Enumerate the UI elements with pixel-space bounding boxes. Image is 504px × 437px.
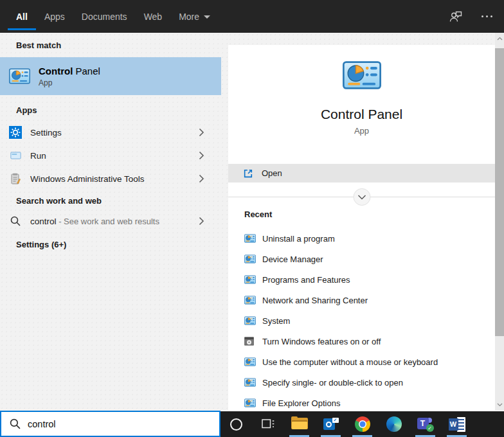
recent-item-file-explorer-options[interactable]: File Explorer Options [228,393,495,413]
scroll-up-arrow[interactable] [495,34,504,43]
app-subtitle: App [228,126,495,136]
control-panel-icon [244,254,256,263]
ellipsis-icon [482,15,492,17]
edge-button[interactable] [378,411,410,437]
recent-item-specify-single-or-double-click[interactable]: Specify single- or double-click to open [228,372,495,393]
best-match-header: Best match [16,33,228,50]
chrome-button[interactable] [346,411,378,437]
outlook-button[interactable]: ✓ [315,411,346,437]
teams-button[interactable]: T✓ [410,411,441,437]
search-icon [9,215,22,227]
search-flyout-tab-bar: All Apps Documents Web More [0,0,504,33]
open-external-icon [243,168,254,179]
file-explorer-button[interactable] [284,411,315,437]
tab-apps[interactable]: Apps [36,0,73,33]
cortana-button[interactable] [221,411,252,437]
taskbar: ✓ T✓ W [221,411,504,437]
recent-item-use-computer-without-mouse-or-keyboard[interactable]: Use the computer without a mouse or keyb… [228,352,495,372]
app-title: Control Panel [228,107,495,122]
control-panel-icon-large [343,61,381,89]
user-feedback-icon [448,9,464,24]
control-panel-icon [244,275,256,284]
tab-all[interactable]: All [8,0,36,33]
control-panel-icon [244,357,256,366]
result-windows-admin-tools[interactable]: Windows Administrative Tools [0,167,221,190]
word-button[interactable]: W [441,411,473,437]
scroll-down-arrow[interactable] [495,400,504,409]
tab-more[interactable]: More [170,0,219,33]
best-match-subtitle: App [39,78,100,87]
scrollbar-thumb[interactable] [495,48,504,336]
control-panel-icon [244,378,256,387]
edge-icon [386,416,402,432]
best-match-result[interactable]: Control Panel App [0,57,221,95]
teams-icon: T✓ [417,416,434,432]
chevron-right-icon [199,128,204,137]
chevron-right-icon [199,174,204,183]
windows-features-icon [244,337,256,346]
cortana-icon [230,418,242,431]
recent-item-turn-windows-features-on-or-off[interactable]: Turn Windows features on or off [228,331,495,352]
recent-list: Uninstall a program Device Manager Progr… [228,228,495,413]
result-run[interactable]: Run [0,144,221,167]
settings-group-header: Settings (6+) [16,240,228,249]
search-input[interactable] [28,419,208,429]
task-view-button[interactable] [252,411,284,437]
tab-documents[interactable]: Documents [73,0,136,33]
control-panel-icon [244,234,256,243]
file-explorer-icon [291,418,308,431]
chevron-right-icon [199,151,204,160]
recent-item-system[interactable]: System [228,310,495,331]
apps-header: Apps [16,105,228,115]
run-window-icon [9,149,22,162]
more-options-button[interactable] [478,8,495,25]
control-panel-icon [244,296,256,305]
best-match-title: Control Panel [39,66,100,76]
preview-panel: Control Panel App Open Recent Uninstall … [228,45,495,411]
chevron-down-icon [357,195,366,200]
filter-tabs: All Apps Documents Web More [0,0,219,33]
feedback-button[interactable] [447,8,464,25]
scrollbar[interactable] [495,33,504,411]
chrome-icon [355,416,370,432]
control-panel-icon [244,398,256,407]
expand-collapse-button[interactable] [353,188,370,206]
panel-gap [228,33,504,45]
outlook-icon: ✓ [323,416,339,432]
taskbar-search-box[interactable] [0,411,221,437]
recent-item-uninstall-a-program[interactable]: Uninstall a program [228,228,495,249]
task-view-icon [260,416,276,432]
chevron-right-icon [199,217,204,226]
recent-item-network-and-sharing-center[interactable]: Network and Sharing Center [228,290,495,310]
suggestion-text: control - See work and web results [30,217,159,226]
search-icon [10,418,21,429]
chevron-down-icon [204,15,210,19]
open-action[interactable]: Open [228,164,495,183]
tab-web[interactable]: Web [136,0,171,33]
search-results-panel: Best match Control Panel App Apps Settin… [0,33,228,411]
control-panel-icon [244,316,256,325]
admin-tools-icon [9,172,22,185]
web-search-suggestion[interactable]: control - See work and web results [0,210,221,233]
control-panel-icon [9,68,30,84]
search-work-web-header: Search work and web [16,196,228,206]
recent-header: Recent [244,210,272,219]
recent-item-programs-and-features[interactable]: Programs and Features [228,269,495,290]
result-settings[interactable]: Settings [0,121,221,144]
recent-item-device-manager[interactable]: Device Manager [228,249,495,269]
settings-gear-icon [9,126,22,139]
word-icon: W [449,417,465,432]
